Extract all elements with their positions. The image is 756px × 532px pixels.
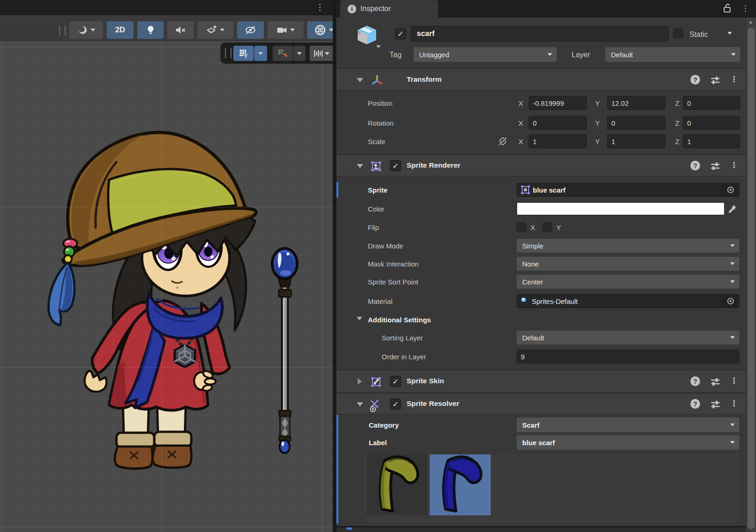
label-dropdown[interactable]: blue scarf	[517, 435, 739, 450]
staff-sprite[interactable]	[272, 248, 297, 453]
position-z-field[interactable]: 0	[683, 96, 740, 110]
rotation-z-field[interactable]: 0	[683, 116, 740, 130]
sprite-skin-enabled-checkbox[interactable]: ✓	[390, 376, 401, 387]
kebab-icon[interactable]: ⋮	[730, 376, 738, 386]
snap-grid-button[interactable]	[273, 46, 293, 61]
draw-mode-dropdown[interactable]: Simple	[517, 239, 739, 253]
grid-visibility-button[interactable]: Y	[233, 46, 254, 61]
position-y-field[interactable]: 12.02	[607, 96, 665, 110]
flip-x-label: X	[530, 224, 535, 231]
foldout-open-icon[interactable]	[357, 164, 363, 168]
help-icon[interactable]: ?	[690, 75, 700, 85]
static-dropdown-icon[interactable]	[727, 32, 732, 35]
lock-open-icon[interactable]	[723, 3, 732, 14]
inspector-panel: i Inspector ⋮ ✓ scarf ✓ Static	[336, 0, 756, 532]
eyedropper-icon[interactable]	[727, 204, 737, 214]
label-label: Label	[369, 439, 387, 447]
sprite-object-field[interactable]: blue scarf	[517, 183, 739, 197]
tag-dropdown[interactable]: Untagged	[414, 47, 557, 62]
sprite-resolver-header[interactable]: ✓ Sprite Resolver ? ⋮	[336, 393, 746, 415]
gizmos-button[interactable]	[307, 21, 333, 39]
overlay-drag-handle[interactable]	[225, 48, 232, 58]
scene-effects-button[interactable]	[197, 21, 233, 39]
draw-mode-row: Draw Mode Simple	[336, 239, 746, 253]
scene-visibility-button[interactable]	[237, 21, 264, 39]
foldout-closed-icon[interactable]	[358, 378, 362, 385]
tab-inspector[interactable]: i Inspector	[340, 0, 438, 18]
category-row: Category Scarf	[336, 417, 746, 432]
help-icon[interactable]: ?	[690, 376, 700, 386]
sort-point-dropdown[interactable]: Center	[517, 275, 739, 289]
presets-icon[interactable]	[710, 161, 721, 172]
presets-icon[interactable]	[710, 75, 721, 86]
chevron-down-icon	[91, 29, 95, 31]
flip-x-checkbox[interactable]: ✓	[517, 223, 526, 232]
rotation-x-field[interactable]: 0	[529, 116, 587, 130]
static-checkbox[interactable]: ✓	[673, 29, 683, 38]
snap-increment-button[interactable]	[310, 46, 333, 61]
link-broken-icon[interactable]	[497, 136, 508, 146]
snap-grid-dropdown[interactable]	[293, 46, 305, 61]
panel-divider[interactable]	[333, 0, 336, 532]
thumbnail-scarf-blue-selected[interactable]	[430, 454, 491, 515]
flip-label: Flip	[368, 224, 379, 231]
sprite-renderer-header[interactable]: ✓ Sprite Renderer ? ⋮	[336, 154, 746, 176]
sprite-resolver-title: Sprite Resolver	[407, 399, 459, 408]
sprite-skin-header[interactable]: ✓ Sprite Skin ? ⋮	[336, 370, 746, 393]
scene-camera-button[interactable]	[268, 21, 304, 39]
grid-visibility-dropdown[interactable]	[254, 46, 267, 61]
draw-mode-button[interactable]	[69, 21, 103, 39]
scale-y-field[interactable]: 1	[607, 134, 665, 148]
foldout-open-icon[interactable]	[357, 317, 362, 320]
chevron-down-icon	[258, 52, 263, 55]
rotation-y-field[interactable]: 0	[607, 116, 665, 130]
scene-audio-button[interactable]	[167, 21, 194, 39]
sort-point-row: Sprite Sort Point Center	[336, 275, 746, 289]
character-sprite[interactable]	[49, 133, 256, 469]
inspector-kebab-icon[interactable]: ⋮	[741, 3, 750, 13]
sprite-resolver-enabled-checkbox[interactable]: ✓	[390, 399, 401, 410]
gameobject-active-checkbox[interactable]: ✓	[395, 28, 406, 39]
material-object-field[interactable]: Sprites-Default	[517, 294, 739, 308]
scene-viewport[interactable]: Y	[0, 41, 333, 532]
material-value: Sprites-Default	[532, 297, 578, 305]
scroll-up-arrow[interactable]: ▲	[748, 19, 753, 24]
color-swatch[interactable]	[517, 202, 725, 215]
sorting-layer-dropdown[interactable]: Default	[517, 331, 739, 345]
scene-canvas[interactable]	[0, 41, 333, 532]
checkmark: ✓	[397, 30, 403, 38]
inspector-scrollbar[interactable]: ▲	[746, 18, 756, 532]
presets-icon[interactable]	[710, 399, 721, 410]
scene-view[interactable]: ⋮ 2D	[0, 0, 333, 532]
kebab-icon[interactable]: ⋮	[730, 399, 738, 408]
toolbar-drag-handle[interactable]	[59, 25, 66, 36]
flip-y-checkbox[interactable]: ✓	[543, 223, 552, 232]
help-icon[interactable]: ?	[690, 161, 700, 170]
object-picker-button[interactable]	[722, 295, 739, 308]
layer-dropdown[interactable]: Default	[605, 47, 740, 62]
foldout-open-icon[interactable]	[357, 78, 363, 82]
presets-icon[interactable]	[710, 376, 721, 387]
kebab-icon[interactable]: ⋮	[730, 160, 738, 170]
object-picker-button[interactable]	[722, 183, 739, 196]
transform-header[interactable]: Transform ? ⋮	[336, 68, 746, 91]
additional-settings-row[interactable]: Additional Settings	[336, 314, 746, 326]
help-icon[interactable]: ?	[690, 399, 700, 409]
2d-mode-button[interactable]: 2D	[107, 21, 134, 39]
foldout-open-icon[interactable]	[357, 402, 363, 406]
position-x-field[interactable]: -0.819999	[529, 96, 587, 110]
scene-lighting-button[interactable]	[137, 21, 164, 39]
mask-interaction-dropdown[interactable]: None	[517, 257, 739, 271]
scale-z-field[interactable]: 1	[683, 134, 740, 148]
scene-menu-kebab-icon[interactable]: ⋮	[316, 2, 324, 12]
thumbnail-scarf-olive[interactable]	[366, 454, 427, 515]
sprite-renderer-enabled-checkbox[interactable]: ✓	[390, 160, 401, 171]
category-dropdown[interactable]: Scarf	[517, 417, 739, 432]
gameobject-expander[interactable]	[376, 45, 381, 48]
gameobject-name-field[interactable]: scarf	[411, 26, 669, 42]
scale-x-field[interactable]: 1	[529, 134, 587, 148]
order-in-layer-field[interactable]: 9	[517, 350, 739, 363]
kebab-icon[interactable]: ⋮	[730, 74, 738, 84]
scrollbar-thumb[interactable]	[748, 28, 755, 529]
scale-label: Scale	[368, 138, 385, 145]
